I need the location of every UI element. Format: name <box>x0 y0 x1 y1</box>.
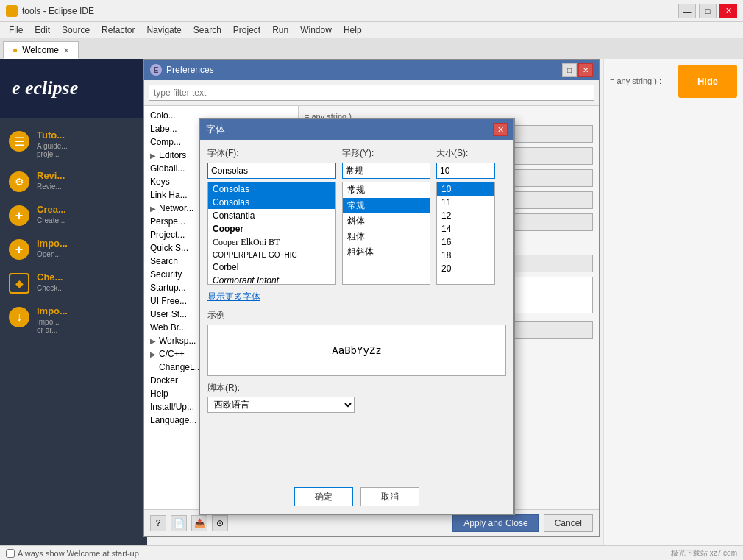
font-preview-text: AaBbYyZz <box>332 344 381 356</box>
pref-close-button[interactable]: ✕ <box>578 63 593 77</box>
import2-icon: ↓ <box>9 307 29 327</box>
export-icon-btn[interactable]: 📤 <box>191 515 207 531</box>
font-preview-box: AaBbYyZz <box>207 325 506 376</box>
hide-btn-container: Hide <box>604 59 743 71</box>
pref-search-input[interactable] <box>149 85 594 101</box>
welcome-tab[interactable]: ● Welcome ✕ <box>3 41 79 59</box>
font-dialog: 字体 ✕ 字体(F): 字形(Y): 大小(S): Consolas Conso… <box>199 118 515 515</box>
status-text: Always show Welcome at start-up <box>18 549 139 558</box>
font-style-label: 字形(Y): <box>342 147 430 160</box>
hide-button[interactable]: Hide <box>678 65 737 98</box>
size-item-18[interactable]: 18 <box>437 249 494 262</box>
app-icon <box>6 5 18 17</box>
font-style-input[interactable] <box>342 163 430 179</box>
style-item-italic[interactable]: 斜体 <box>343 213 430 229</box>
import2-text: Impo... Impo...or ar... <box>37 305 138 334</box>
size-item-12[interactable]: 12 <box>437 209 494 222</box>
window-controls: — □ ✕ <box>678 4 737 18</box>
menu-help[interactable]: Help <box>338 24 368 37</box>
size-item-20[interactable]: 20 <box>437 262 494 275</box>
sidebar-nav: ☰ Tuto... A guide...proje... ⚙ Revi... R… <box>0 118 147 346</box>
create-icon: + <box>9 205 29 226</box>
font-size-input[interactable] <box>436 163 495 179</box>
font-cancel-button[interactable]: 取消 <box>360 487 419 506</box>
font-dialog-close-button[interactable]: ✕ <box>493 123 508 136</box>
font-name-label: 字体(F): <box>207 147 336 160</box>
pref-icon: E <box>150 64 162 76</box>
font-inputs-row <box>207 163 506 179</box>
font-style-list[interactable]: 常规 常规 斜体 粗体 粗斜体 <box>342 182 430 285</box>
font-list-item-cormorant[interactable]: Cormorant Infont <box>208 274 335 285</box>
menu-run[interactable]: Run <box>266 24 294 37</box>
size-item-14[interactable]: 14 <box>437 222 494 235</box>
create-text: Crea... Create... <box>37 204 138 224</box>
status-bar: Always show Welcome at start-up 极光下载站 xz… <box>0 545 743 560</box>
size-item-16[interactable]: 16 <box>437 235 494 249</box>
help-icon-btn[interactable]: ? <box>150 515 166 531</box>
font-list-item-copperplate[interactable]: COPPERPLATE GOTHIC <box>208 249 335 260</box>
welcome-tab-close[interactable]: ✕ <box>63 46 69 54</box>
font-labels-row: 字体(F): 字形(Y): 大小(S): <box>207 147 506 160</box>
welcome-startup-checkbox[interactable] <box>6 549 15 558</box>
size-item-11[interactable]: 11 <box>437 196 494 209</box>
menu-window[interactable]: Window <box>294 24 338 37</box>
font-dialog-title-bar: 字体 ✕ <box>200 119 513 140</box>
menu-project[interactable]: Project <box>227 24 266 37</box>
cancel-button[interactable]: Cancel <box>544 514 593 532</box>
sidebar-item-checkout[interactable]: ◆ Che... Check... <box>0 266 147 300</box>
font-list-item-consolas[interactable]: Consolas <box>208 196 335 209</box>
sidebar-item-import2[interactable]: ↓ Impo... Impo...or ar... <box>0 300 147 340</box>
font-list-item-cooper[interactable]: Cooper <box>208 222 335 235</box>
tutorials-icon: ☰ <box>9 131 29 152</box>
font-name-input[interactable] <box>207 163 336 179</box>
font-size-list[interactable]: 10 11 12 14 16 18 20 <box>436 182 495 285</box>
import1-text: Impo... Open... <box>37 238 138 258</box>
sidebar-item-review[interactable]: ⚙ Revi... Revie... <box>0 164 147 198</box>
pref-window-controls: □ ✕ <box>562 63 593 77</box>
sidebar-item-create[interactable]: + Crea... Create... <box>0 198 147 232</box>
welcome-tab-label: Welcome <box>22 45 59 55</box>
maximize-button[interactable]: □ <box>699 4 717 18</box>
font-script-row: 脚本(R): 西欧语言 <box>207 382 506 413</box>
font-ok-button[interactable]: 确定 <box>294 487 353 506</box>
font-list-item-constantia[interactable]: Constantia <box>208 209 335 222</box>
tutorials-text: Tuto... A guide...proje... <box>37 130 138 158</box>
show-more-fonts-link[interactable]: 显示更多字体 <box>207 291 506 303</box>
menu-search[interactable]: Search <box>188 24 227 37</box>
font-script-select[interactable]: 西欧语言 <box>207 397 355 413</box>
close-button[interactable]: ✕ <box>719 4 737 18</box>
font-name-list[interactable]: Consolas Consolas Constantia Cooper Coop… <box>207 182 336 285</box>
style-item-bolditalic[interactable]: 粗斜体 <box>343 244 430 260</box>
font-dialog-body: 字体(F): 字形(Y): 大小(S): Consolas Consolas C… <box>200 140 513 514</box>
minimize-button[interactable]: — <box>678 4 696 18</box>
font-list-item-corbel[interactable]: Corbel <box>208 260 335 274</box>
checkout-text: Che... Check... <box>37 272 138 292</box>
font-dialog-title-text: 字体 <box>206 123 493 136</box>
menu-edit[interactable]: Edit <box>29 24 56 37</box>
tab-bar: ● Welcome ✕ <box>0 38 743 59</box>
circle-icon-btn[interactable]: ⊙ <box>212 515 228 531</box>
doc-icon-btn[interactable]: 📄 <box>171 515 187 531</box>
font-list-item-consolas-header[interactable]: Consolas <box>208 182 335 196</box>
menu-refactor[interactable]: Refactor <box>96 24 141 37</box>
font-list-item-cooper-elkoni[interactable]: Cooper ElkOni BT <box>208 235 335 249</box>
eclipse-logo-area: e eclipse <box>0 59 147 118</box>
title-text: tools - Eclipse IDE <box>22 6 678 16</box>
font-dialog-buttons: 确定 取消 <box>207 481 506 506</box>
sidebar-item-import1[interactable]: + Impo... Open... <box>0 232 147 266</box>
menu-file[interactable]: File <box>3 24 29 37</box>
pref-maximize-button[interactable]: □ <box>562 63 577 77</box>
style-item-regular-top[interactable]: 常规 <box>343 182 430 198</box>
size-item-10[interactable]: 10 <box>437 182 494 196</box>
menu-navigate[interactable]: Navigate <box>141 24 187 37</box>
welcome-tab-icon: ● <box>13 45 18 55</box>
style-item-regular[interactable]: 常规 <box>343 198 430 213</box>
import1-icon: + <box>9 239 29 260</box>
style-item-bold[interactable]: 粗体 <box>343 229 430 244</box>
right-panel: Hide = any string ) : <box>603 59 743 554</box>
eclipse-sidebar: e eclipse ☰ Tuto... A guide...proje... ⚙… <box>0 59 147 554</box>
sidebar-item-tutorials[interactable]: ☰ Tuto... A guide...proje... <box>0 124 147 164</box>
watermark-text: 极光下载站 xz7.com <box>671 548 737 559</box>
menu-source[interactable]: Source <box>56 24 96 37</box>
apply-close-button[interactable]: Apply and Close <box>452 514 538 532</box>
